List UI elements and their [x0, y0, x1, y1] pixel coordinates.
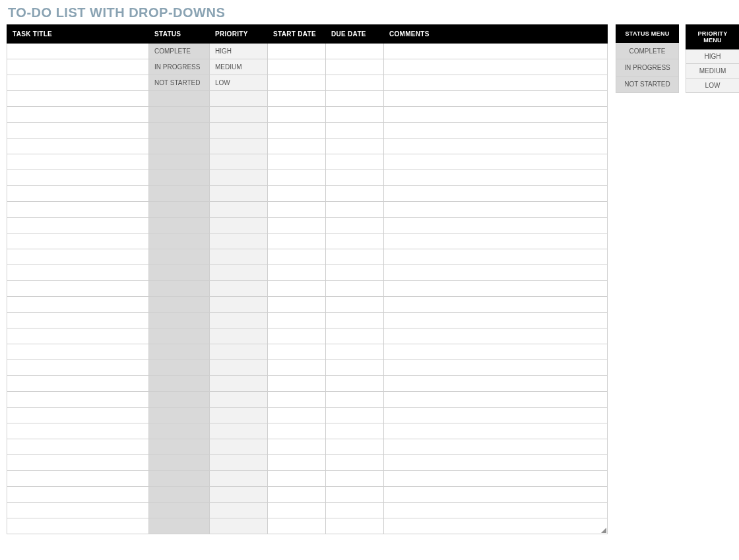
cell-status[interactable] [149, 313, 210, 328]
cell-comments[interactable] [384, 518, 608, 534]
cell-due[interactable] [326, 91, 384, 107]
cell-comments[interactable] [384, 392, 608, 408]
cell-task[interactable] [7, 439, 149, 455]
cell-comments[interactable] [384, 170, 608, 186]
cell-status[interactable] [149, 91, 210, 107]
cell-status[interactable] [149, 139, 210, 154]
cell-start[interactable] [268, 439, 326, 455]
cell-task[interactable] [7, 297, 149, 313]
cell-start[interactable] [268, 233, 326, 249]
cell-task[interactable] [7, 518, 149, 534]
cell-start[interactable] [268, 313, 326, 328]
cell-task[interactable] [7, 408, 149, 423]
cell-status[interactable] [149, 123, 210, 139]
cell-due[interactable] [326, 107, 384, 123]
priority-menu-item[interactable]: MEDIUM [686, 64, 740, 78]
cell-priority[interactable] [210, 313, 268, 328]
cell-comments[interactable] [384, 328, 608, 344]
cell-due[interactable] [326, 59, 384, 75]
cell-task[interactable] [7, 154, 149, 170]
cell-comments[interactable] [384, 408, 608, 423]
cell-start[interactable] [268, 471, 326, 487]
cell-status[interactable] [149, 487, 210, 503]
cell-start[interactable] [268, 91, 326, 107]
cell-task[interactable] [7, 313, 149, 328]
cell-priority[interactable] [210, 423, 268, 439]
cell-comments[interactable] [384, 75, 608, 91]
cell-status[interactable] [149, 218, 210, 233]
cell-task[interactable] [7, 360, 149, 376]
cell-comments[interactable] [384, 249, 608, 265]
cell-priority[interactable] [210, 154, 268, 170]
cell-priority[interactable]: MEDIUM [210, 59, 268, 75]
cell-status[interactable] [149, 392, 210, 408]
cell-comments[interactable] [384, 91, 608, 107]
cell-priority[interactable] [210, 202, 268, 218]
cell-start[interactable] [268, 360, 326, 376]
cell-comments[interactable] [384, 139, 608, 154]
status-menu-item[interactable]: NOT STARTED [616, 76, 679, 92]
cell-status[interactable] [149, 281, 210, 297]
cell-task[interactable] [7, 44, 149, 59]
cell-status[interactable] [149, 233, 210, 249]
cell-task[interactable] [7, 328, 149, 344]
cell-due[interactable] [326, 154, 384, 170]
cell-start[interactable] [268, 518, 326, 534]
cell-start[interactable] [268, 503, 326, 518]
cell-priority[interactable] [210, 344, 268, 360]
cell-comments[interactable] [384, 107, 608, 123]
cell-start[interactable] [268, 487, 326, 503]
cell-start[interactable] [268, 154, 326, 170]
cell-start[interactable] [268, 107, 326, 123]
cell-due[interactable] [326, 313, 384, 328]
cell-comments[interactable] [384, 59, 608, 75]
cell-start[interactable] [268, 392, 326, 408]
cell-status[interactable] [149, 344, 210, 360]
cell-priority[interactable] [210, 503, 268, 518]
cell-priority[interactable] [210, 439, 268, 455]
cell-task[interactable] [7, 186, 149, 202]
cell-status[interactable] [149, 328, 210, 344]
cell-start[interactable] [268, 455, 326, 471]
cell-comments[interactable] [384, 218, 608, 233]
cell-priority[interactable] [210, 139, 268, 154]
cell-comments[interactable] [384, 123, 608, 139]
cell-due[interactable] [326, 344, 384, 360]
cell-status[interactable]: IN PROGRESS [149, 59, 210, 75]
cell-task[interactable] [7, 344, 149, 360]
cell-status[interactable] [149, 518, 210, 534]
cell-comments[interactable] [384, 455, 608, 471]
cell-start[interactable] [268, 281, 326, 297]
cell-task[interactable] [7, 376, 149, 392]
cell-priority[interactable] [210, 392, 268, 408]
cell-due[interactable] [326, 471, 384, 487]
cell-comments[interactable] [384, 471, 608, 487]
cell-start[interactable] [268, 202, 326, 218]
cell-comments[interactable] [384, 186, 608, 202]
cell-status[interactable] [149, 471, 210, 487]
cell-start[interactable] [268, 265, 326, 281]
cell-start[interactable] [268, 170, 326, 186]
cell-status[interactable]: COMPLETE [149, 44, 210, 59]
cell-status[interactable] [149, 376, 210, 392]
cell-status[interactable] [149, 170, 210, 186]
cell-task[interactable] [7, 265, 149, 281]
cell-status[interactable] [149, 154, 210, 170]
cell-due[interactable] [326, 487, 384, 503]
cell-priority[interactable] [210, 487, 268, 503]
cell-priority[interactable] [210, 170, 268, 186]
cell-start[interactable] [268, 44, 326, 59]
cell-comments[interactable] [384, 439, 608, 455]
cell-task[interactable] [7, 202, 149, 218]
priority-menu-item[interactable]: HIGH [686, 49, 740, 64]
cell-due[interactable] [326, 328, 384, 344]
cell-comments[interactable] [384, 344, 608, 360]
cell-priority[interactable] [210, 233, 268, 249]
cell-status[interactable] [149, 265, 210, 281]
cell-task[interactable] [7, 249, 149, 265]
cell-due[interactable] [326, 503, 384, 518]
cell-status[interactable] [149, 360, 210, 376]
cell-due[interactable] [326, 249, 384, 265]
cell-priority[interactable] [210, 408, 268, 423]
cell-task[interactable] [7, 123, 149, 139]
